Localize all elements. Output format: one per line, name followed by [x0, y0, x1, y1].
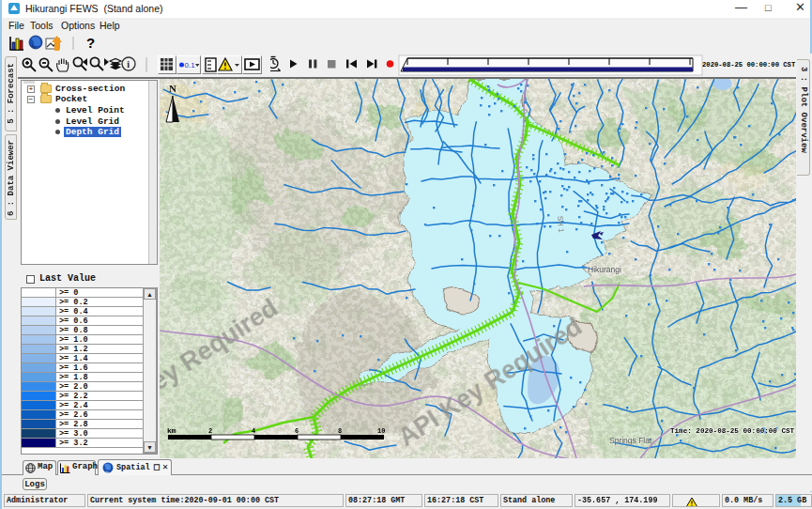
svg-text:4: 4 — [252, 427, 255, 435]
svg-text:Hikurangi: Hikurangi — [588, 265, 621, 274]
svg-text:km: km — [167, 426, 176, 435]
svg-text:Springs Flat: Springs Flat — [609, 436, 652, 445]
svg-text:10: 10 — [377, 427, 385, 435]
svg-text:2: 2 — [208, 427, 212, 435]
svg-text:Time: 2020-08-25 00:00:00 CST: Time: 2020-08-25 00:00:00 CST — [670, 427, 795, 435]
svg-text:2020-08-25 00:00:00 CST: 2020-08-25 00:00:00 CST — [702, 61, 796, 69]
svg-text:8: 8 — [338, 427, 342, 435]
svg-text:i: i — [127, 59, 130, 69]
svg-text:N: N — [169, 83, 176, 94]
svg-text:?: ? — [86, 35, 95, 51]
svg-text:SH 1: SH 1 — [556, 216, 565, 234]
svg-text:6: 6 — [295, 427, 299, 435]
svg-text:0.1: 0.1 — [185, 61, 196, 69]
